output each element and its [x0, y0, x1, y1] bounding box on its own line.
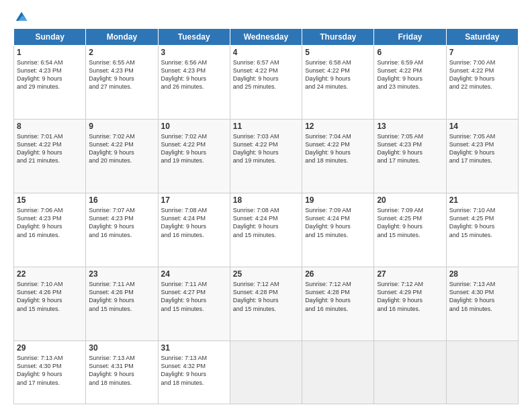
calendar-cell: 6 Sunrise: 6:59 AMSunset: 4:22 PMDayligh… [374, 46, 446, 120]
day-number: 14 [449, 122, 515, 131]
day-number: 20 [377, 195, 443, 205]
day-info: Sunrise: 7:03 AMSunset: 4:22 PMDaylight:… [233, 133, 279, 164]
calendar-cell: 5 Sunrise: 6:58 AMSunset: 4:22 PMDayligh… [302, 46, 374, 120]
day-number: 18 [233, 195, 299, 205]
day-number: 15 [17, 195, 83, 205]
day-number: 2 [89, 48, 154, 57]
day-number: 11 [233, 122, 299, 131]
day-number: 3 [161, 48, 227, 57]
calendar-cell: 31 Sunrise: 7:13 AMSunset: 4:32 PMDaylig… [158, 341, 230, 404]
day-number: 7 [449, 48, 515, 57]
day-number: 24 [161, 269, 227, 279]
day-number: 29 [17, 343, 83, 353]
day-number: 8 [17, 122, 83, 131]
day-number: 28 [449, 269, 515, 279]
day-info: Sunrise: 7:11 AMSunset: 4:27 PMDaylight:… [161, 281, 208, 312]
day-info: Sunrise: 7:08 AMSunset: 4:24 PMDaylight:… [161, 207, 208, 238]
calendar-cell: 28 Sunrise: 7:13 AMSunset: 4:30 PMDaylig… [446, 267, 518, 341]
calendar-cell: 30 Sunrise: 7:13 AMSunset: 4:31 PMDaylig… [86, 341, 158, 404]
day-number: 10 [161, 122, 227, 131]
calendar-cell: 7 Sunrise: 7:00 AMSunset: 4:22 PMDayligh… [446, 46, 518, 120]
col-header-wednesday: Wednesday [230, 29, 302, 46]
calendar-cell: 16 Sunrise: 7:07 AMSunset: 4:23 PMDaylig… [86, 193, 158, 267]
calendar-cell: 26 Sunrise: 7:12 AMSunset: 4:28 PMDaylig… [302, 267, 374, 341]
col-header-saturday: Saturday [446, 29, 518, 46]
day-info: Sunrise: 7:01 AMSunset: 4:22 PMDaylight:… [17, 133, 63, 164]
day-number: 4 [233, 48, 299, 57]
calendar-cell: 3 Sunrise: 6:56 AMSunset: 4:23 PMDayligh… [158, 46, 230, 120]
calendar-cell: 21 Sunrise: 7:10 AMSunset: 4:25 PMDaylig… [446, 193, 518, 267]
day-info: Sunrise: 6:58 AMSunset: 4:22 PMDaylight:… [305, 59, 351, 90]
day-info: Sunrise: 7:13 AMSunset: 4:32 PMDaylight:… [161, 355, 208, 385]
day-info: Sunrise: 7:00 AMSunset: 4:22 PMDaylight:… [449, 59, 496, 90]
day-info: Sunrise: 7:10 AMSunset: 4:25 PMDaylight:… [449, 207, 496, 238]
day-number: 21 [449, 195, 515, 205]
day-number: 26 [305, 269, 371, 279]
day-number: 9 [89, 122, 154, 131]
calendar-cell: 2 Sunrise: 6:55 AMSunset: 4:23 PMDayligh… [86, 46, 158, 120]
calendar-cell: 1 Sunrise: 6:54 AMSunset: 4:23 PMDayligh… [14, 46, 86, 120]
day-number: 27 [377, 269, 443, 279]
calendar-cell: 12 Sunrise: 7:04 AMSunset: 4:22 PMDaylig… [302, 120, 374, 193]
day-number: 6 [377, 48, 443, 57]
day-info: Sunrise: 7:11 AMSunset: 4:26 PMDaylight:… [89, 281, 135, 312]
calendar-cell: 27 Sunrise: 7:12 AMSunset: 4:29 PMDaylig… [374, 267, 446, 341]
day-info: Sunrise: 7:08 AMSunset: 4:24 PMDaylight:… [233, 207, 279, 238]
day-info: Sunrise: 7:12 AMSunset: 4:29 PMDaylight:… [377, 281, 423, 312]
calendar-cell: 29 Sunrise: 7:13 AMSunset: 4:30 PMDaylig… [14, 341, 86, 404]
day-info: Sunrise: 7:12 AMSunset: 4:28 PMDaylight:… [233, 281, 279, 312]
day-number: 30 [89, 343, 154, 353]
calendar-cell [374, 341, 446, 404]
day-number: 23 [89, 269, 154, 279]
col-header-friday: Friday [374, 29, 446, 46]
calendar-cell [230, 341, 302, 404]
calendar-cell [446, 341, 518, 404]
day-info: Sunrise: 7:05 AMSunset: 4:23 PMDaylight:… [449, 133, 496, 164]
col-header-sunday: Sunday [14, 29, 86, 46]
day-info: Sunrise: 7:09 AMSunset: 4:25 PMDaylight:… [377, 207, 423, 238]
calendar-cell [302, 341, 374, 404]
day-info: Sunrise: 7:02 AMSunset: 4:22 PMDaylight:… [89, 133, 135, 164]
calendar-cell: 24 Sunrise: 7:11 AMSunset: 4:27 PMDaylig… [158, 267, 230, 341]
day-info: Sunrise: 7:09 AMSunset: 4:24 PMDaylight:… [305, 207, 351, 238]
col-header-tuesday: Tuesday [158, 29, 230, 46]
day-info: Sunrise: 7:07 AMSunset: 4:23 PMDaylight:… [89, 207, 135, 238]
calendar-cell: 11 Sunrise: 7:03 AMSunset: 4:22 PMDaylig… [230, 120, 302, 193]
calendar-table: SundayMondayTuesdayWednesdayThursdayFrid… [13, 28, 519, 404]
calendar-cell: 18 Sunrise: 7:08 AMSunset: 4:24 PMDaylig… [230, 193, 302, 267]
day-info: Sunrise: 6:56 AMSunset: 4:23 PMDaylight:… [161, 59, 208, 90]
day-info: Sunrise: 7:06 AMSunset: 4:23 PMDaylight:… [17, 207, 63, 238]
day-info: Sunrise: 7:13 AMSunset: 4:31 PMDaylight:… [89, 355, 135, 385]
day-number: 31 [161, 343, 227, 353]
calendar-cell: 19 Sunrise: 7:09 AMSunset: 4:24 PMDaylig… [302, 193, 374, 267]
day-info: Sunrise: 7:12 AMSunset: 4:28 PMDaylight:… [305, 281, 351, 312]
day-info: Sunrise: 7:10 AMSunset: 4:26 PMDaylight:… [17, 281, 63, 312]
calendar-cell: 23 Sunrise: 7:11 AMSunset: 4:26 PMDaylig… [86, 267, 158, 341]
header [13, 11, 519, 21]
day-info: Sunrise: 7:05 AMSunset: 4:23 PMDaylight:… [377, 133, 423, 164]
calendar-cell: 22 Sunrise: 7:10 AMSunset: 4:26 PMDaylig… [14, 267, 86, 341]
col-header-monday: Monday [86, 29, 158, 46]
calendar-cell: 20 Sunrise: 7:09 AMSunset: 4:25 PMDaylig… [374, 193, 446, 267]
day-number: 1 [17, 48, 83, 57]
day-info: Sunrise: 7:13 AMSunset: 4:30 PMDaylight:… [17, 355, 63, 385]
calendar-cell: 9 Sunrise: 7:02 AMSunset: 4:22 PMDayligh… [86, 120, 158, 193]
calendar-cell: 17 Sunrise: 7:08 AMSunset: 4:24 PMDaylig… [158, 193, 230, 267]
day-number: 19 [305, 195, 371, 205]
day-info: Sunrise: 6:55 AMSunset: 4:23 PMDaylight:… [89, 59, 135, 90]
day-number: 22 [17, 269, 83, 279]
day-info: Sunrise: 6:59 AMSunset: 4:22 PMDaylight:… [377, 59, 423, 90]
calendar-cell: 8 Sunrise: 7:01 AMSunset: 4:22 PMDayligh… [14, 120, 86, 193]
day-number: 17 [161, 195, 227, 205]
page: SundayMondayTuesdayWednesdayThursdayFrid… [0, 0, 532, 411]
col-header-thursday: Thursday [302, 29, 374, 46]
day-info: Sunrise: 6:57 AMSunset: 4:22 PMDaylight:… [233, 59, 279, 90]
day-info: Sunrise: 7:04 AMSunset: 4:22 PMDaylight:… [305, 133, 351, 164]
day-number: 13 [377, 122, 443, 131]
calendar-cell: 14 Sunrise: 7:05 AMSunset: 4:23 PMDaylig… [446, 120, 518, 193]
day-info: Sunrise: 6:54 AMSunset: 4:23 PMDaylight:… [17, 59, 63, 90]
calendar-cell: 10 Sunrise: 7:02 AMSunset: 4:22 PMDaylig… [158, 120, 230, 193]
calendar-cell: 4 Sunrise: 6:57 AMSunset: 4:22 PMDayligh… [230, 46, 302, 120]
day-number: 25 [233, 269, 299, 279]
day-info: Sunrise: 7:13 AMSunset: 4:30 PMDaylight:… [449, 281, 496, 312]
